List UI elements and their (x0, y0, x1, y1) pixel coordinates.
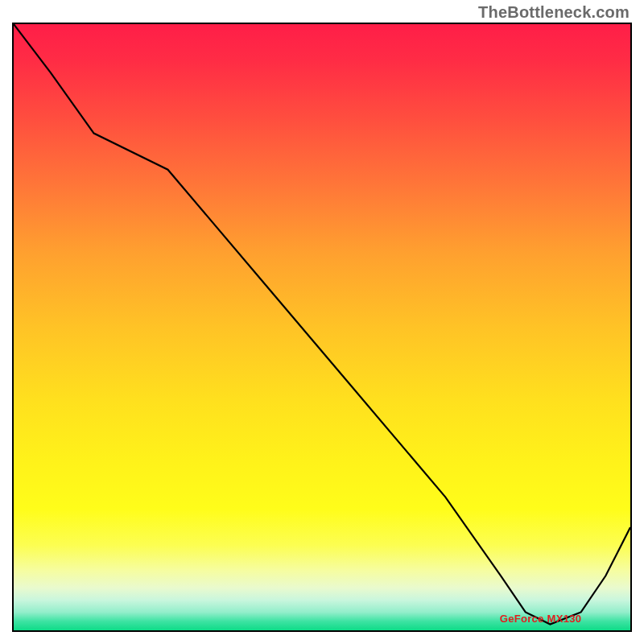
gpu-label-geforce-mx130: GeForce MX130 (500, 613, 581, 625)
plot-frame: GeForce MX130 (12, 23, 632, 632)
attribution-text: TheBottleneck.com (478, 3, 630, 22)
chart-container: TheBottleneck.com GeForce MX130 (0, 0, 644, 644)
annotation-layer: GeForce MX130 (14, 24, 630, 630)
